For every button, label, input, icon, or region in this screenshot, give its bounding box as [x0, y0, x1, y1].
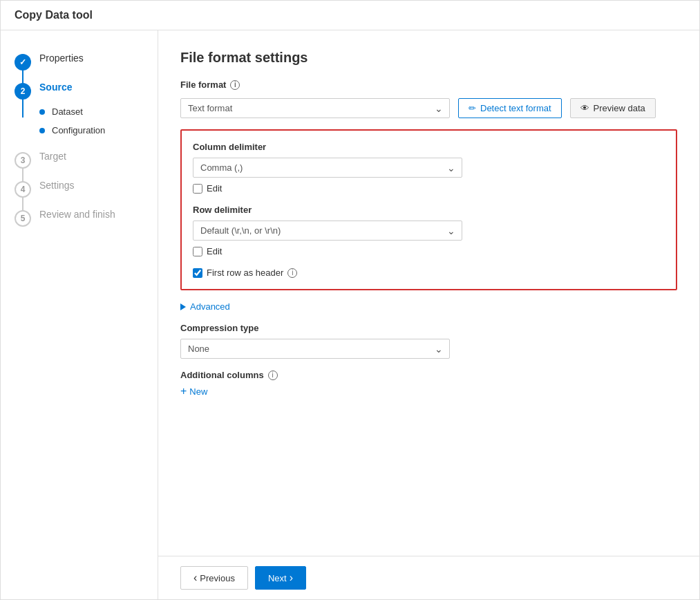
first-row-header-info-icon: i: [287, 268, 297, 278]
new-column-button[interactable]: + New: [180, 386, 207, 397]
sidebar-sub-item-dataset[interactable]: Dataset: [1, 102, 158, 121]
page-title: File format settings: [180, 50, 677, 66]
row-delimiter-select-wrapper: Default (\r,\n, or \r\n): [193, 221, 462, 241]
column-delimiter-label: Column delimiter: [193, 142, 665, 152]
next-label: Next: [268, 573, 287, 583]
advanced-toggle[interactable]: Advanced: [180, 301, 677, 312]
row-delimiter-select[interactable]: Default (\r,\n, or \r\n): [193, 221, 462, 241]
sidebar-item-review[interactable]: 5 Review and finish: [1, 203, 158, 232]
column-delimiter-edit-row: Edit: [193, 183, 665, 194]
first-row-header-checkbox[interactable]: [193, 268, 202, 278]
sidebar-label-properties: Properties: [39, 53, 84, 64]
step-indicator-target: 3: [15, 152, 31, 169]
app-title: Copy Data tool: [15, 9, 685, 21]
file-format-select[interactable]: Text format: [180, 98, 450, 118]
column-delimiter-section: Column delimiter Comma (,): [193, 142, 665, 178]
column-delimiter-select[interactable]: Comma (,): [193, 158, 462, 178]
sidebar-item-source[interactable]: 2 Source: [1, 76, 158, 102]
sidebar-item-properties[interactable]: ✓ Properties: [1, 47, 158, 76]
first-row-header-label: First row as header: [207, 268, 283, 278]
file-format-select-wrapper: Text format: [180, 98, 450, 118]
row-delimiter-edit-label: Edit: [207, 246, 222, 256]
compression-type-select[interactable]: None: [180, 339, 450, 359]
chevron-left-icon: [193, 572, 197, 584]
connector-2: [22, 98, 23, 118]
compression-type-label: Compression type: [180, 323, 677, 333]
compression-type-section: Compression type None: [180, 323, 677, 359]
advanced-triangle-icon: [180, 303, 186, 310]
format-settings-box: Column delimiter Comma (,) Edit Row: [180, 129, 677, 290]
sidebar-label-source: Source: [39, 82, 72, 93]
previous-button[interactable]: Previous: [180, 566, 248, 590]
content-footer: Previous Next: [158, 556, 699, 599]
app-body: ✓ Properties 2 Source Dataset: [1, 30, 699, 599]
sidebar-label-review: Review and finish: [39, 209, 115, 220]
main-content: File format settings File format i Text …: [158, 30, 699, 599]
eye-icon: [580, 103, 589, 113]
column-delimiter-edit-checkbox[interactable]: [193, 184, 202, 194]
sidebar-item-settings[interactable]: 4 Settings: [1, 174, 158, 203]
sidebar: ✓ Properties 2 Source Dataset: [1, 30, 158, 599]
compression-type-select-wrapper: None: [180, 339, 450, 359]
sidebar-item-target[interactable]: 3 Target: [1, 145, 158, 174]
additional-columns-info-icon: i: [268, 371, 278, 380]
additional-columns-section: Additional columns i + New: [180, 370, 677, 397]
step-indicator-review: 5: [15, 210, 31, 227]
additional-columns-title: Additional columns: [180, 370, 264, 380]
app-header: Copy Data tool: [1, 1, 699, 30]
row-delimiter-edit-checkbox[interactable]: [193, 247, 202, 256]
sidebar-sub-label-configuration: Configuration: [52, 125, 105, 135]
plus-icon: +: [180, 386, 187, 397]
column-delimiter-select-wrapper: Comma (,): [193, 158, 462, 178]
file-format-label: File format i: [180, 79, 240, 90]
previous-label: Previous: [200, 573, 235, 583]
file-format-row: File format i: [180, 79, 677, 90]
chevron-right-icon: [290, 572, 293, 584]
file-format-controls: Text format ✏ Detect text format Preview…: [180, 98, 677, 118]
sub-dot-configuration: [39, 128, 45, 133]
additional-columns-header: Additional columns i: [180, 370, 677, 380]
sidebar-sub-label-dataset: Dataset: [52, 106, 83, 117]
row-delimiter-label: Row delimiter: [193, 205, 665, 215]
app-container: Copy Data tool ✓ Properties 2 Source: [0, 0, 700, 600]
file-format-info-icon: i: [230, 80, 240, 90]
new-btn-label: New: [189, 386, 207, 397]
advanced-label: Advanced: [190, 301, 230, 312]
first-row-header-row: First row as header i: [193, 268, 665, 278]
next-button[interactable]: Next: [255, 566, 306, 590]
step-indicator-properties: ✓: [15, 54, 31, 71]
step-indicator-settings: 4: [15, 181, 31, 198]
preview-data-button[interactable]: Preview data: [570, 98, 656, 118]
detect-text-format-button[interactable]: ✏ Detect text format: [458, 98, 562, 118]
sidebar-label-settings: Settings: [39, 180, 75, 191]
row-delimiter-section: Row delimiter Default (\r,\n, or \r\n): [193, 205, 665, 241]
pencil-icon: ✏: [469, 103, 476, 113]
sub-dot-dataset: [39, 109, 45, 115]
sidebar-sub-item-configuration[interactable]: Configuration: [1, 121, 158, 140]
column-delimiter-edit-label: Edit: [207, 183, 222, 194]
step-indicator-source: 2: [15, 83, 31, 100]
content-area: File format settings File format i Text …: [158, 30, 699, 556]
sidebar-label-target: Target: [39, 151, 66, 162]
row-delimiter-edit-row: Edit: [193, 246, 665, 256]
